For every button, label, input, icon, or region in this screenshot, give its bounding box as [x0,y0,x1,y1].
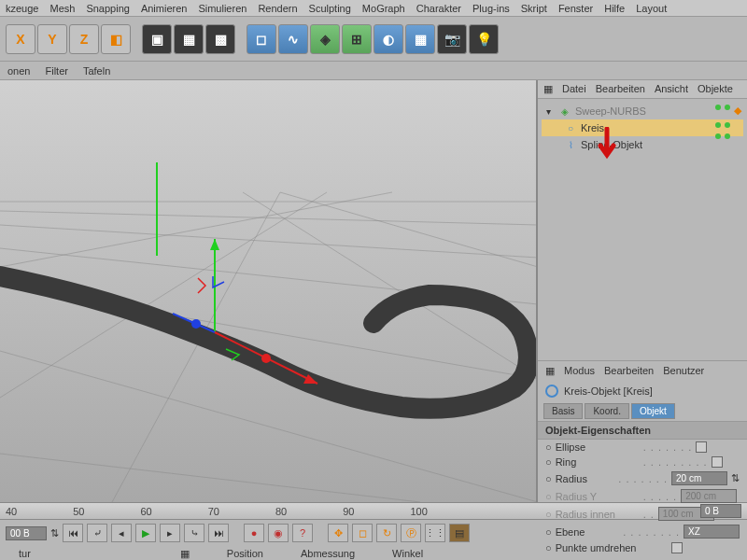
menu-character[interactable]: Charakter [416,3,461,14]
vis-dot-icon[interactable] [715,122,721,128]
tree-item-sweep[interactable]: ▾ ◈ Sweep-NURBS [542,103,743,119]
ring-checkbox[interactable] [712,456,723,468]
current-frame-input[interactable] [6,526,47,540]
attribute-object-title: Kreis-Objekt [Kreis] [538,381,747,401]
svg-line-2 [0,225,538,258]
menu-plugins[interactable]: Plug-ins [472,3,510,14]
svg-line-6 [0,454,420,502]
vis-dot-icon[interactable] [725,105,730,110]
menu-window[interactable]: Fenster [558,3,593,14]
nurbs-button[interactable]: ◈ [310,24,340,54]
tree-item-spline[interactable]: ⌇ Spline-Objekt [542,136,743,153]
camera-button[interactable]: 📷 [437,24,467,54]
radio-icon: ○ [545,509,552,520]
vis-dot-icon[interactable] [715,133,721,139]
expand-icon[interactable]: ▾ [542,105,555,118]
pla-key-button[interactable]: ⋮⋮ [425,524,445,542]
menu-tools[interactable]: kzeuge [6,3,38,14]
object-tree[interactable]: ▾ ◈ Sweep-NURBS ○ Kreis ⌇ Spline-Objekt … [538,99,747,360]
menu-help[interactable]: Hilfe [604,3,625,14]
menu-animate[interactable]: Animieren [141,3,188,14]
goto-start-button[interactable]: ⏮ [63,524,83,542]
stepper-icon[interactable]: ⇅ [731,472,740,484]
3d-viewport[interactable] [0,80,538,502]
render-region-button[interactable]: ▦ [174,24,204,54]
film-icon[interactable]: ▤ [449,524,470,542]
coord-position-label: Position [227,548,263,560]
prev-frame-button[interactable]: ◂ [111,524,132,542]
radio-icon[interactable]: ○ [545,542,552,553]
om-view[interactable]: Ansicht [655,83,688,95]
tab-objekt[interactable]: Objekt [631,403,675,419]
rotate-key-button[interactable]: ↻ [376,524,397,542]
om-objects[interactable]: Objekte [698,83,733,95]
ellipse-checkbox[interactable] [696,441,707,453]
array-button[interactable]: ⊞ [342,24,372,54]
ebene-select[interactable] [684,525,740,539]
prop-label: Ellipse [556,441,640,453]
prop-label: Radius [556,473,615,484]
radio-icon[interactable]: ○ [545,441,552,453]
menu-script[interactable]: Skript [521,3,547,14]
spline-button[interactable]: ∿ [278,24,308,54]
coord-system-button[interactable]: ◧ [101,24,131,54]
move-key-button[interactable]: ✥ [328,524,348,542]
record-button[interactable]: ● [244,524,264,542]
deformer-button[interactable]: ◐ [374,24,403,54]
attr-mode[interactable]: Modus [564,365,595,377]
view-options[interactable]: onen [7,65,30,77]
om-edit[interactable]: Bearbeiten [596,83,645,95]
param-key-button[interactable]: Ⓟ [401,524,421,542]
menu-mograph[interactable]: MoGraph [362,3,405,14]
axis-x-button[interactable]: X [6,24,35,54]
frame-start-input[interactable] [700,504,741,518]
prop-label: Radius innen [556,509,640,520]
tree-item-kreis[interactable]: ○ Kreis [542,119,743,136]
next-key-button[interactable]: ⤷ [184,524,204,542]
om-file[interactable]: Datei [562,83,586,95]
tag-icon[interactable]: ◆ [734,105,741,117]
cube-primitive-button[interactable]: ◻ [247,24,276,54]
menu-mesh[interactable]: Mesh [49,3,75,14]
scale-key-button[interactable]: ◻ [352,524,373,542]
vis-dot-icon[interactable] [725,122,730,128]
ruler-tick: 100 [411,506,428,517]
menu-simulate[interactable]: Simulieren [198,3,247,14]
render-view-button[interactable]: ▣ [142,24,172,54]
radio-icon[interactable]: ○ [545,456,552,468]
vis-dot-icon[interactable] [725,133,730,139]
radio-icon[interactable]: ○ [545,473,552,484]
autokey-button[interactable]: ◉ [268,524,289,542]
tab-koord[interactable]: Koord. [585,403,628,419]
radio-icon[interactable]: ○ [545,526,552,538]
next-frame-button[interactable]: ▸ [160,524,180,542]
vis-dot-icon[interactable] [715,105,721,110]
reverse-checkbox[interactable] [671,542,683,553]
attr-edit[interactable]: Bearbeiten [604,365,654,377]
radius-input[interactable] [671,471,727,485]
tab-basis[interactable]: Basis [543,403,583,419]
axis-z-button[interactable]: Z [69,24,99,54]
menu-snapping[interactable]: Snapping [86,3,130,14]
menu-sculpting[interactable]: Sculpting [309,3,351,14]
environment-button[interactable]: ▦ [405,24,435,54]
light-button[interactable]: 💡 [469,24,499,54]
ruler-tick: 60 [141,506,152,517]
menu-layout[interactable]: Layout [636,3,667,14]
keyframe-button[interactable]: ? [292,524,313,542]
circle-object-icon [545,385,558,398]
goto-end-button[interactable]: ⏭ [208,524,229,542]
spline-icon: ⌇ [564,138,577,151]
menu-render[interactable]: Rendern [258,3,297,14]
view-filter[interactable]: Filter [45,65,67,77]
prev-key-button[interactable]: ⤶ [87,524,107,542]
play-button[interactable]: ▶ [135,524,156,542]
render-picture-button[interactable]: ▩ [205,24,235,54]
tree-label: Spline-Objekt [581,139,642,150]
axis-y-button[interactable]: Y [37,24,67,54]
prop-label: Ebene [556,526,620,538]
stepper-icon[interactable]: ⇅ [50,527,59,539]
attribute-menu: ▦ Modus Bearbeiten Benutzer [538,360,747,381]
view-panels[interactable]: Tafeln [83,65,110,77]
attr-user[interactable]: Benutzer [663,365,704,377]
